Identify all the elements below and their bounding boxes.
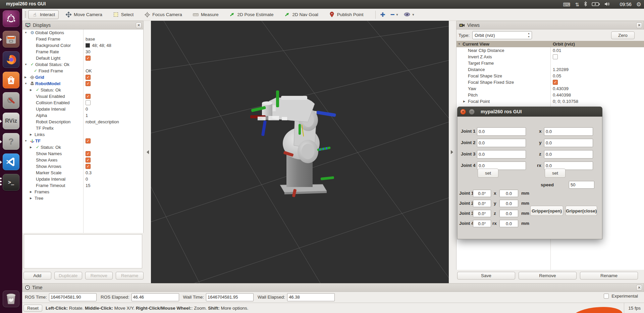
time-panel-header[interactable]: Time ✕ [22,283,644,292]
tree-row[interactable]: Near Clip Distance0.01 [457,47,644,54]
property-value-cell[interactable]: 0.440398 [550,92,571,98]
property-value-cell[interactable]: 1 [83,112,88,119]
property-value-cell[interactable]: ✓ [83,150,91,157]
tree-row[interactable]: Update Interval0 [22,176,143,182]
property-value-cell[interactable] [83,144,86,150]
tree-row[interactable]: Show Axes✓ [22,157,143,163]
dock-item-terminal[interactable]: >_ [0,173,22,193]
property-value-cell[interactable]: ✓ [83,138,91,144]
tree-row[interactable]: Focal Shape Fixed Size✓ [457,79,644,85]
dialog-titlebar[interactable]: ✕ ─ mypal260 ros GUI [457,107,602,117]
coord-rx-status-value[interactable] [499,220,518,227]
tree-row[interactable]: ▶Links [22,131,143,138]
property-value-cell[interactable]: OK [83,68,92,74]
joint-2-status-value[interactable] [473,200,491,207]
property-value-cell[interactable]: ✓ [83,80,91,87]
checkbox-checked[interactable]: ✓ [86,151,91,156]
close-icon[interactable]: ✕ [636,22,642,28]
set-coords-button[interactable]: set [545,169,566,178]
volume-icon[interactable] [604,2,610,6]
checkbox-unchecked[interactable] [86,100,91,105]
joint-1-status-value[interactable] [473,190,491,197]
tree-row[interactable]: Marker Scale0.3 [22,170,143,176]
property-value-cell[interactable]: 0.3 [83,170,92,176]
checkbox-checked[interactable]: ✓ [86,81,91,86]
tree-row[interactable]: ▶Focal Point0; 0; 0.10758 [457,98,644,105]
tree-row[interactable]: Alpha1 [22,112,143,119]
coord-y-status-value[interactable] [499,200,518,207]
expander-right-icon[interactable]: ▶ [30,195,35,201]
property-value-cell[interactable]: 1.20289 [550,66,569,73]
tool-move-camera[interactable]: Move Camera [62,10,106,19]
tree-row[interactable]: Invert Z Axis [457,54,644,60]
tree-row[interactable]: ▼✓Global Status: Ok [22,61,143,68]
property-value-cell[interactable] [83,61,86,68]
dialog-close-icon[interactable]: ✕ [460,109,466,115]
property-value-cell[interactable] [83,131,86,138]
close-icon[interactable]: ✕ [136,22,142,28]
duplicate-button[interactable]: Duplicate [54,272,82,279]
tree-row[interactable]: Default Light✓ [22,55,143,61]
coord-x-status-value[interactable] [499,190,518,197]
battery-icon[interactable] [592,2,600,6]
tree-row[interactable]: Distance1.20289 [457,66,644,73]
rename-button[interactable]: Rename [116,272,144,279]
property-value-cell[interactable]: 0 [83,106,88,112]
checkbox-checked[interactable]: ✓ [553,80,558,85]
add-button[interactable]: Add [23,272,51,279]
ros-elapsed-input[interactable] [131,293,179,301]
displays-panel-header[interactable]: Displays ✕ [22,21,144,29]
gripper-open-button[interactable]: Gripper(open) [530,206,563,216]
tree-row[interactable]: ▶Frames [22,189,143,195]
property-value-cell[interactable]: 0 [83,176,88,182]
reset-button[interactable]: Reset [23,305,42,312]
dock-item-trash[interactable] [0,290,22,310]
tool-select[interactable]: Select [109,10,138,19]
tree-row[interactable]: Yaw0.43039 [457,85,644,92]
property-value-cell[interactable] [550,60,553,66]
property-value-cell[interactable]: ✓ [83,55,91,61]
property-value-cell[interactable]: 48; 48; 48 [83,42,111,49]
property-value-cell[interactable]: ✓ [83,157,91,163]
tree-row[interactable]: ▼⚙Global Options [22,29,143,36]
expander-right-icon[interactable]: ▶ [30,131,35,138]
expander-down-icon[interactable]: ▼ [24,61,29,68]
wall-time-input[interactable] [206,293,254,301]
session-gear-icon[interactable]: ⚙ [636,2,641,7]
joint-1-command-input[interactable] [477,127,526,136]
property-value-cell[interactable]: 0.01 [550,47,561,54]
dialog-minimize-icon[interactable]: ─ [469,109,475,115]
tool-publish-point[interactable]: Publish Point [325,10,367,19]
expander-down-icon[interactable]: ▼ [24,80,29,87]
coord-x-command-input[interactable] [544,127,593,136]
tool-focus-camera[interactable]: Focus Camera [141,10,186,19]
expander-right-icon[interactable]: ▶ [30,87,35,93]
dock-item-files[interactable] [0,30,22,50]
tree-row[interactable]: Focal Shape Size0.05 [457,73,644,79]
tree-row[interactable]: ▼Current ViewOrbit (rviz) [457,41,644,47]
remove-button[interactable]: Remove [85,272,113,279]
property-value-cell[interactable]: robot_description [83,119,119,125]
tool-visibility-button[interactable]: ▼ [404,11,415,18]
speed-input[interactable] [569,181,594,189]
joint-3-command-input[interactable] [477,150,526,159]
wall-elapsed-input[interactable] [287,293,335,301]
collapse-left-arrow-icon[interactable] [147,150,149,154]
joint-2-command-input[interactable] [477,139,526,147]
clock[interactable]: 09:56 [620,2,632,7]
expander-right-icon[interactable]: ▶ [30,189,35,195]
property-value-cell[interactable] [83,125,86,131]
property-value-cell[interactable]: base [83,36,95,42]
views-panel-header[interactable]: Views ✕ [456,21,644,29]
joint-3-status-value[interactable] [473,210,491,217]
tree-row[interactable]: Pitch0.440398 [457,92,644,98]
view-type-combobox[interactable]: Orbit (rviz) ▲▼ [472,31,532,39]
tree-row[interactable]: ▼RobotModel✓ [22,80,143,87]
set-joints-button[interactable]: set [478,169,498,178]
collapse-right-arrow-icon[interactable] [451,150,453,154]
checkbox-checked[interactable]: ✓ [86,56,91,61]
add-tool-button[interactable]: ✚ [380,11,385,18]
tree-row[interactable]: Show Arrows✓ [22,163,143,170]
checkbox-checked[interactable]: ✓ [86,75,91,80]
experimental-checkbox[interactable] [604,294,609,299]
